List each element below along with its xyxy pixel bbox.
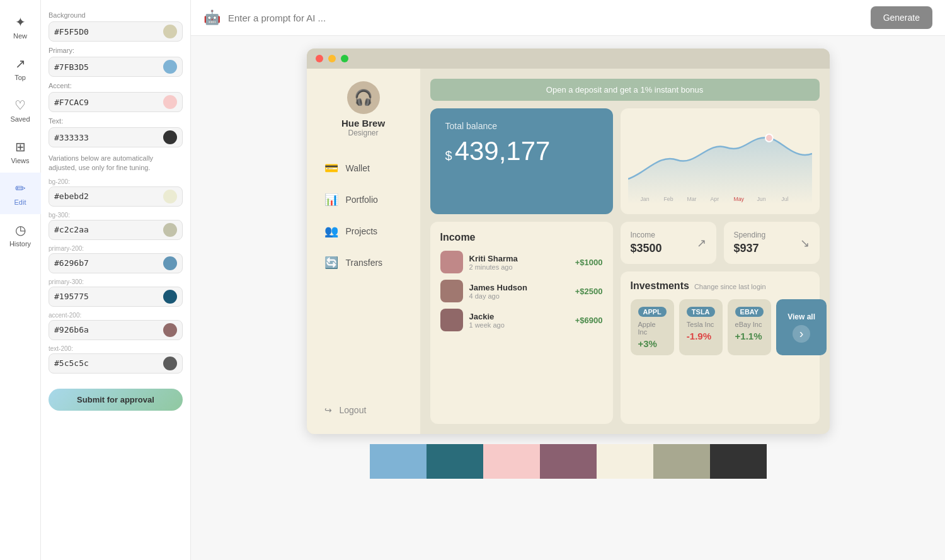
income-avatar-1 [440,251,463,273]
dash-nav-transfers[interactable]: 🔄 Transfers [317,249,410,276]
accent200-row[interactable]: #926b6a [49,320,183,340]
palette-swatch-5[interactable] [597,444,653,479]
primary200-row[interactable]: #6296b7 [49,253,183,273]
dash-nav-portfolio[interactable]: 📊 Portfolio [317,186,410,213]
palette-swatch-4[interactable] [540,444,597,479]
logout-icon: ↪ [324,405,332,415]
text-swatch [163,130,177,144]
nav-item-history[interactable]: ◷ History [0,214,41,256]
nav-item-new[interactable]: ✦ New [0,6,41,48]
top-bar: 🤖 Generate [191,0,945,36]
income-info-2: James Hudson 4 day ago [469,283,569,300]
window-titlebar [307,49,830,69]
views-icon: ⊞ [15,139,26,154]
nav-label-new: New [13,32,27,40]
saved-icon: ♡ [14,98,26,113]
window-close-button[interactable] [316,55,323,62]
nav-label-edit: Edit [14,198,26,206]
bg200-row[interactable]: #ebebd2 [49,186,183,207]
nav-item-views[interactable]: ⊞ Views [0,131,41,173]
income-name-2: James Hudson [469,283,569,292]
accent-swatch [163,95,177,109]
window-maximize-button[interactable] [341,55,348,62]
bg300-value: #c2c2aa [54,225,163,234]
primary300-value: #195775 [54,292,163,301]
investments-title: Investments [631,280,689,292]
income-info-1: Kriti Sharma 2 minutes ago [469,254,569,271]
income-title: Income [440,232,603,243]
primary-color-row[interactable]: #7FB3D5 [49,57,183,77]
nav-label-history: History [9,240,31,248]
palette-swatch-6[interactable] [653,444,710,479]
prompt-input[interactable] [228,13,863,23]
income-stat-label: Income [631,231,662,239]
new-icon: ✦ [15,14,26,30]
text200-value: #5c5c5c [54,358,163,368]
accent-value: #F7CAC9 [54,98,163,107]
view-all-button[interactable]: View all › [776,299,827,355]
nav-item-top[interactable]: ↗ Top [0,48,41,89]
dash-nav-projects[interactable]: 👥 Projects [317,218,410,244]
income-item-1: Kriti Sharma 2 minutes ago +$1000 [440,251,603,273]
projects-label: Projects [346,226,378,236]
dash-profile: 🎧 Hue Brew Designer [317,81,410,137]
bg300-label: bg-300: [49,212,183,219]
bg300-row[interactable]: #c2c2aa [49,220,183,240]
text-color-row[interactable]: #333333 [49,127,183,147]
primary-label: Primary: [49,47,183,54]
palette-swatch-1[interactable] [370,444,427,479]
investments-subtitle: Change since last login [694,283,766,290]
bg200-swatch [163,190,177,203]
accent200-swatch [163,323,177,337]
profile-name: Hue Brew [341,118,385,129]
submit-approval-button[interactable]: Submit for approval [49,389,183,411]
accent200-value: #926b6a [54,325,163,334]
text200-row[interactable]: #5c5c5c [49,353,183,374]
balance-value: 439,177 [455,136,551,166]
accent-color-row[interactable]: #F7CAC9 [49,92,183,112]
generate-button[interactable]: Generate [871,6,932,29]
svg-text:Apr: Apr [710,196,719,202]
view-all-text: View all [788,312,815,321]
chart-svg: Jan Feb Mar Apr May Jun Jul [628,116,812,204]
window-minimize-button[interactable] [328,55,336,62]
nav-item-saved[interactable]: ♡ Saved [0,89,41,131]
income-item-2: James Hudson 4 day ago +$2500 [440,280,603,302]
transfers-label: Transfers [346,258,383,268]
income-amount-2: +$2500 [575,287,603,296]
spending-stat-card: Spending $937 ↘ [724,222,820,264]
dash-nav-wallet[interactable]: 💳 Wallet [317,155,410,181]
tsla-company: Tesla Inc [687,321,715,328]
view-all-arrow-icon: › [793,325,810,343]
balance-label: Total balance [445,121,598,131]
palette-swatch-7[interactable] [710,444,767,479]
income-name-1: Kriti Sharma [469,254,569,263]
primary-swatch [163,60,177,74]
balance-amount: $ 439,177 [445,136,598,166]
invest-item-ebay: EBAY eBay Inc +1.1% [728,299,772,355]
dash-top-row: Total balance $ 439,177 [430,108,820,214]
appl-change: +3% [638,338,667,349]
dash-sidebar: 🎧 Hue Brew Designer 💳 Wallet 📊 Portfolio… [307,69,420,434]
text-label: Text: [49,117,183,125]
text200-label: text-200: [49,345,183,352]
background-color-row[interactable]: #F5F5D0 [49,21,183,42]
left-nav: ✦ New ↗ Top ♡ Saved ⊞ Views ✏ Edit ◷ His… [0,0,41,560]
income-amount-1: +$1000 [575,258,603,267]
palette-swatch-3[interactable] [483,444,540,479]
nav-item-edit[interactable]: ✏ Edit [0,173,41,214]
svg-point-0 [765,134,773,142]
primary200-swatch [163,256,177,270]
nav-label-top: Top [14,74,26,81]
primary300-row[interactable]: #195775 [49,287,183,307]
palette-swatch-2[interactable] [427,444,483,479]
income-info-3: Jackie 1 week ago [469,312,569,329]
text-value: #333333 [54,133,163,142]
income-stat-value: $3500 [631,242,662,255]
portfolio-label: Portfolio [346,195,378,205]
chart-card: Jan Feb Mar Apr May Jun Jul [621,108,820,214]
variations-note: Variations below are automatically adjus… [49,154,183,173]
primary300-label: primary-300: [49,278,183,285]
spending-stat-info: Spending $937 [734,231,766,255]
logout-button[interactable]: ↪ Logout [317,399,410,421]
